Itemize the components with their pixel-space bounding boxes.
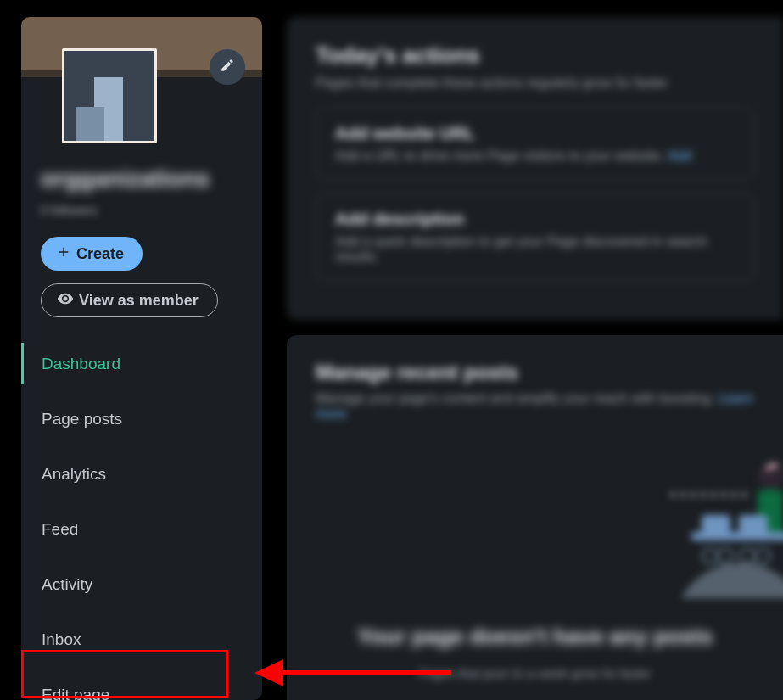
nav-label: Dashboard bbox=[42, 355, 120, 373]
nav-label: Activity bbox=[42, 575, 92, 594]
svg-point-13 bbox=[711, 492, 716, 497]
action-add-website[interactable]: Add website URL Add a URL to drive more … bbox=[316, 108, 754, 180]
main-content: Today's actions Pages that complete thes… bbox=[287, 17, 783, 700]
create-button[interactable]: Create bbox=[41, 237, 143, 271]
action-title: Add website URL bbox=[335, 124, 735, 143]
pencil-icon bbox=[220, 58, 235, 76]
admin-sidebar: orgganizations 0 followers Create View a… bbox=[21, 17, 262, 700]
svg-point-11 bbox=[691, 492, 696, 497]
org-name: orgganizations bbox=[41, 165, 219, 193]
card-subtitle: Pages that complete these actions regula… bbox=[316, 76, 754, 91]
svg-point-12 bbox=[701, 492, 706, 497]
action-add-description[interactable]: Add description Add a quick description … bbox=[316, 193, 754, 281]
nav-label: Edit page bbox=[42, 686, 109, 701]
org-logo bbox=[62, 48, 157, 143]
manage-posts-card: Manage recent posts Manage your page's c… bbox=[287, 335, 783, 700]
svg-point-15 bbox=[731, 492, 736, 497]
nav-analytics[interactable]: Analytics bbox=[21, 446, 262, 501]
empty-state-headline: Your page doesn't have any posts bbox=[287, 624, 783, 650]
card-title: Today's actions bbox=[316, 42, 754, 69]
svg-point-10 bbox=[680, 492, 685, 497]
eye-icon bbox=[57, 290, 79, 311]
plus-icon bbox=[56, 244, 76, 264]
nav-label: Page posts bbox=[42, 410, 122, 428]
nav-label: Inbox bbox=[42, 630, 81, 649]
action-desc: Add a quick description to get your Page… bbox=[335, 234, 735, 265]
org-followers: 0 followers bbox=[41, 204, 98, 217]
todays-actions-card: Today's actions Pages that complete thes… bbox=[287, 17, 783, 320]
nav-page-posts[interactable]: Page posts bbox=[21, 391, 262, 446]
card-title: Manage recent posts bbox=[316, 361, 754, 384]
view-as-member-button[interactable]: View as member bbox=[41, 283, 218, 317]
nav-inbox[interactable]: Inbox bbox=[21, 612, 262, 667]
svg-point-5 bbox=[702, 548, 718, 563]
empty-state-caption: Pages that post 2x a week grow 5x faster bbox=[287, 666, 783, 680]
view-as-member-label: View as member bbox=[79, 292, 199, 310]
svg-point-6 bbox=[718, 548, 733, 563]
svg-point-16 bbox=[741, 492, 747, 497]
svg-rect-3 bbox=[702, 515, 730, 534]
svg-rect-4 bbox=[739, 515, 768, 534]
nav-feed[interactable]: Feed bbox=[21, 501, 262, 557]
add-link[interactable]: Add bbox=[668, 148, 691, 163]
action-desc: Add a URL to drive more Page visitors to… bbox=[335, 148, 735, 164]
card-subtitle: Manage your page's content and amplify y… bbox=[316, 391, 754, 422]
svg-point-9 bbox=[670, 492, 675, 497]
nav-dashboard[interactable]: Dashboard bbox=[21, 336, 262, 391]
nav-activity[interactable]: Activity bbox=[21, 557, 262, 612]
nav-label: Feed bbox=[42, 520, 78, 539]
svg-point-7 bbox=[740, 548, 755, 563]
sidebar-nav: Dashboard Page posts Analytics Feed Acti… bbox=[21, 336, 262, 700]
svg-point-14 bbox=[721, 492, 726, 497]
empty-state-illustration bbox=[664, 454, 783, 598]
action-title: Add description bbox=[335, 210, 735, 229]
nav-edit-page[interactable]: Edit page bbox=[21, 667, 262, 700]
svg-point-8 bbox=[755, 548, 770, 563]
edit-page-icon-button[interactable] bbox=[210, 49, 245, 85]
nav-label: Analytics bbox=[42, 465, 106, 484]
create-button-label: Create bbox=[76, 245, 124, 263]
